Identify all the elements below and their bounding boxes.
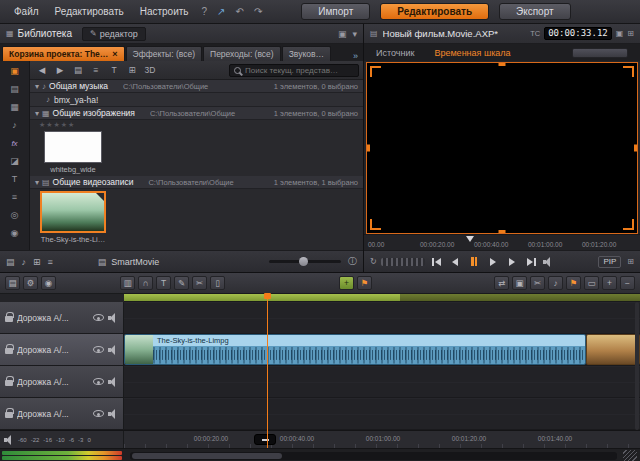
library-group-music[interactable]: ▾ ♪ Общая музыка C:\Пользователи\Общие 1…	[30, 80, 363, 93]
trash-icon[interactable]: ▯	[210, 276, 225, 290]
tab-project-bin[interactable]: Корзина проекта: The… ×	[2, 46, 125, 61]
audio-mixer-icon[interactable]: ▥	[120, 276, 135, 290]
preview-viewport[interactable]	[366, 62, 638, 234]
step-back-button[interactable]	[448, 255, 463, 268]
tab-sounds[interactable]: Звуков…	[282, 46, 331, 61]
tab-transitions[interactable]: Переходы: (все)	[203, 46, 281, 61]
tab-effects[interactable]: Эффекты: (все)	[126, 46, 202, 61]
grid-view-icon[interactable]: ⊞	[124, 63, 140, 77]
expander-icon[interactable]: ▾	[35, 178, 39, 187]
razor-icon[interactable]: ✂	[192, 276, 207, 290]
library-group-images[interactable]: ▾ ▦ Общие изображения C:\Пользователи\Об…	[30, 107, 363, 120]
timeline-ruler[interactable]: 00:00:20.00 00:00:40.00 00:01:00.00 00:0…	[124, 431, 640, 448]
speaker-icon[interactable]	[4, 435, 14, 445]
audio-meter-toggle[interactable]	[572, 48, 628, 58]
audio-monitor-icon[interactable]	[108, 409, 118, 419]
audio-monitor-icon[interactable]	[108, 345, 118, 355]
overview-used-range[interactable]	[124, 294, 400, 301]
track-4-lane[interactable]	[124, 398, 640, 429]
title-editor-icon[interactable]: T	[156, 276, 171, 290]
audio-monitor-icon[interactable]	[108, 313, 118, 323]
fullscreen-icon[interactable]: ⊞	[627, 29, 634, 38]
crop-corner-icon[interactable]	[370, 66, 381, 77]
overview-rest-range[interactable]	[400, 294, 640, 301]
menu-file[interactable]: Файл	[6, 6, 47, 17]
preview-sound-icon[interactable]: ♪	[22, 257, 27, 267]
lock-icon[interactable]	[5, 380, 13, 386]
track-2-lane[interactable]: The-Sky-is-the-Limpg	[124, 334, 640, 365]
expander-icon[interactable]: ▾	[35, 82, 39, 91]
video-monitor-icon[interactable]	[93, 346, 104, 353]
timeline-overview-bar[interactable]	[124, 294, 640, 302]
marker-icon[interactable]: ⚑	[566, 276, 581, 290]
back-icon[interactable]: ◀	[34, 63, 50, 77]
go-to-end-button[interactable]	[524, 255, 539, 268]
panel-expand-icon[interactable]: ▣	[338, 29, 347, 39]
playhead-position-box[interactable]	[254, 434, 276, 445]
library-item-video-selected[interactable]: The-Sky-is-the-Li…	[35, 191, 111, 244]
tab-source[interactable]: Источник	[376, 48, 414, 58]
marker-flag-icon[interactable]: ⚑	[357, 276, 372, 290]
add-to-timeline-icon[interactable]: ▤	[6, 257, 15, 267]
pip-mode-icon[interactable]: ▭	[584, 276, 599, 290]
pause-button[interactable]	[467, 255, 482, 268]
detail-view-icon[interactable]: ≡	[48, 257, 53, 267]
forward-icon[interactable]: ▶	[52, 63, 68, 77]
track-3-lane[interactable]	[124, 366, 640, 397]
category-disc-icon[interactable]: ◎	[4, 208, 26, 222]
category-photo-icon[interactable]: ▦	[4, 100, 26, 114]
category-titles-icon[interactable]: T	[4, 172, 26, 186]
more-tabs-icon[interactable]: »	[353, 51, 358, 61]
volume-icon[interactable]	[543, 257, 553, 267]
audio-monitor-icon[interactable]	[108, 377, 118, 387]
category-audio-icon[interactable]: ♪	[4, 118, 26, 132]
lock-icon[interactable]	[5, 412, 13, 418]
trim-mode-icon[interactable]: ⇄	[494, 276, 509, 290]
preview-scrub-ruler[interactable]: 00.00 00:00:20.00 00:00:40.00 00:01:00.0…	[364, 234, 640, 250]
video-clip[interactable]: The-Sky-is-the-Limpg	[124, 334, 586, 365]
help-icon[interactable]: ?	[197, 6, 213, 17]
undo-icon[interactable]: ↶	[231, 6, 249, 17]
scrollbar-thumb[interactable]	[132, 453, 282, 459]
menu-setup[interactable]: Настроить	[132, 6, 197, 17]
crop-edge-handle[interactable]	[367, 145, 370, 152]
zoom-in-icon[interactable]: +	[602, 276, 617, 290]
zoom-out-icon[interactable]: −	[620, 276, 635, 290]
tab-timeline[interactable]: Временная шкала	[434, 48, 510, 58]
audio-icon[interactable]: ♪	[548, 276, 563, 290]
rating-stars[interactable]: ★★★★★	[30, 120, 363, 129]
jog-strip[interactable]	[381, 258, 425, 266]
track-2-header[interactable]: Дорожка А/...	[0, 334, 124, 365]
timeline-settings-icon[interactable]: ⚙	[23, 276, 38, 290]
text-view-icon[interactable]: Т	[106, 63, 122, 77]
color-clip-icon[interactable]: +	[339, 276, 354, 290]
playhead[interactable]	[267, 294, 268, 448]
category-effects-icon[interactable]: fx	[4, 136, 26, 150]
smartmovie-button[interactable]: ▤ SmartMovie	[98, 257, 160, 267]
track-4-header[interactable]: Дорожка А/...	[0, 398, 124, 429]
horizontal-scrollbar[interactable]	[130, 452, 617, 460]
list-view-icon[interactable]: ≡	[88, 63, 104, 77]
slider-handle[interactable]	[299, 257, 308, 266]
go-to-start-button[interactable]	[429, 255, 444, 268]
loop-icon[interactable]: ↻	[370, 257, 377, 266]
category-transitions-icon[interactable]: ◪	[4, 154, 26, 168]
export-mode-button[interactable]: Экспорт	[499, 3, 571, 20]
menu-edit[interactable]: Редактировать	[47, 6, 132, 17]
expander-icon[interactable]: ▾	[35, 109, 39, 118]
crop-edge-handle[interactable]	[499, 230, 506, 233]
import-mode-button[interactable]: Импорт	[301, 3, 370, 20]
video-monitor-icon[interactable]	[93, 314, 104, 321]
library-item-music[interactable]: ♪ bmx_ya-ha!	[30, 93, 363, 107]
panel-menu-icon[interactable]: ▾	[352, 29, 357, 39]
redo-icon[interactable]: ↷	[249, 6, 267, 17]
category-voiceover-icon[interactable]: ◉	[4, 226, 26, 240]
close-icon[interactable]: ×	[112, 49, 117, 59]
video-monitor-icon[interactable]	[93, 410, 104, 417]
library-item-image[interactable]: whitebg_wide	[35, 131, 111, 174]
fullscreen-grid-icon[interactable]: ⊞	[627, 257, 634, 266]
scrub-marker[interactable]	[466, 236, 474, 246]
video-monitor-icon[interactable]	[93, 378, 104, 385]
edit-icon[interactable]: ✎	[174, 276, 189, 290]
scenes-view-icon[interactable]: ▤	[70, 63, 86, 77]
